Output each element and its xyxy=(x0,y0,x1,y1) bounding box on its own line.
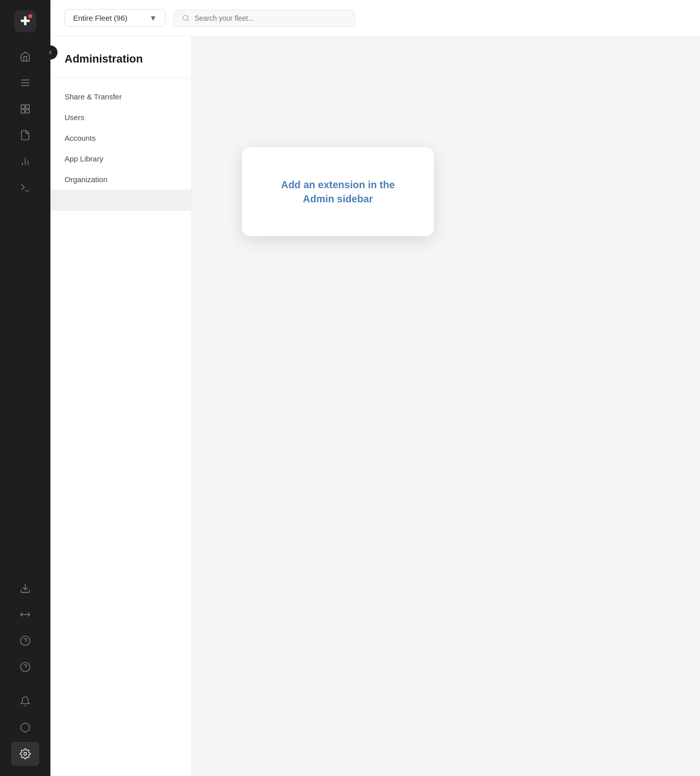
admin-sidebar: Administration Share & Transfer Users Ac… xyxy=(50,36,192,776)
fleet-selector-label: Entire Fleet (96) xyxy=(73,14,128,22)
admin-nav-organization[interactable]: Organization xyxy=(50,169,191,190)
sidebar-item-dashboard[interactable] xyxy=(11,97,39,121)
sidebar-item-announcements[interactable] xyxy=(11,602,39,627)
main-panel: Add an extension in the Admin sidebar xyxy=(192,36,700,776)
sidebar-item-help[interactable] xyxy=(11,629,39,653)
svg-point-16 xyxy=(24,752,27,755)
logo-area: ✚ xyxy=(0,0,50,40)
sidebar-item-support[interactable] xyxy=(11,655,39,679)
search-icon xyxy=(182,14,190,22)
sidebar-bottom xyxy=(11,683,39,776)
sidebar-item-packages[interactable] xyxy=(11,715,39,740)
svg-rect-4 xyxy=(26,105,29,108)
admin-nav-share-transfer[interactable]: Share & Transfer xyxy=(50,86,191,107)
extension-card-text: Add an extension in the Admin sidebar xyxy=(262,178,414,206)
search-input[interactable] xyxy=(195,14,346,22)
topbar: Entire Fleet (96) ▼ xyxy=(50,0,700,36)
svg-rect-3 xyxy=(21,105,25,108)
sidebar-item-notifications[interactable] xyxy=(11,689,39,713)
admin-nav: Share & Transfer Users Accounts App Libr… xyxy=(50,78,191,219)
svg-point-12 xyxy=(21,636,30,645)
admin-nav-app-library[interactable]: App Library xyxy=(50,148,191,169)
app-logo[interactable]: ✚ xyxy=(14,10,36,32)
chevron-down-icon: ▼ xyxy=(149,14,157,22)
sidebar-item-settings[interactable] xyxy=(11,742,39,766)
fleet-selector[interactable]: Entire Fleet (96) ▼ xyxy=(65,9,165,27)
svg-point-17 xyxy=(183,15,188,20)
sidebar-nav xyxy=(0,40,50,683)
sidebar-item-reports[interactable] xyxy=(11,149,39,174)
sidebar-collapse-button[interactable] xyxy=(43,45,57,60)
logo-dot xyxy=(28,14,32,18)
admin-nav-active-item[interactable] xyxy=(50,190,191,211)
svg-point-14 xyxy=(21,662,30,672)
page-title: Administration xyxy=(50,52,191,78)
admin-nav-users[interactable]: Users xyxy=(50,107,191,128)
sidebar-item-downloads[interactable] xyxy=(11,576,39,600)
svg-line-18 xyxy=(187,19,189,21)
sidebar: ✚ xyxy=(0,0,50,776)
sidebar-item-documents[interactable] xyxy=(11,123,39,147)
svg-rect-5 xyxy=(21,109,25,113)
extension-card: Add an extension in the Admin sidebar xyxy=(242,147,434,236)
svg-rect-6 xyxy=(26,109,29,113)
sidebar-item-menu[interactable] xyxy=(11,71,39,95)
sidebar-item-terminal[interactable] xyxy=(11,176,39,200)
content-area: Administration Share & Transfer Users Ac… xyxy=(50,36,700,776)
admin-nav-accounts[interactable]: Accounts xyxy=(50,128,191,148)
main-wrapper: Entire Fleet (96) ▼ Administration Share… xyxy=(50,0,700,776)
sidebar-item-home[interactable] xyxy=(11,44,39,69)
search-bar[interactable] xyxy=(173,10,355,27)
